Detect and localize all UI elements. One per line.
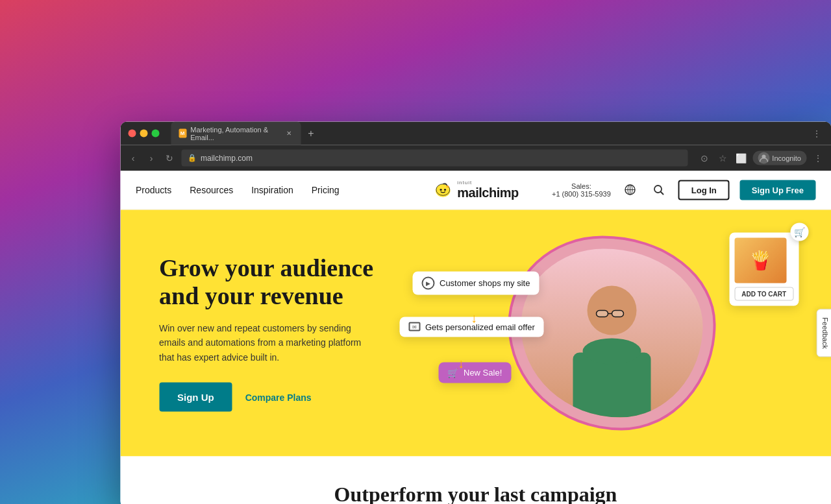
login-button[interactable]: Log In (678, 180, 730, 200)
person-silhouette (554, 274, 671, 417)
nav-pricing[interactable]: Pricing (312, 185, 340, 195)
reload-btn[interactable]: ↻ (163, 151, 176, 164)
forward-btn[interactable]: › (145, 151, 158, 164)
svg-point-14 (583, 338, 641, 364)
tab-bar: M Marketing, Automation & Email... ✕ + (171, 121, 805, 145)
tab-close-btn[interactable]: ✕ (285, 128, 293, 138)
svg-line-11 (661, 192, 664, 195)
page-content: Products Resources Inspiration Pricing i… (120, 171, 831, 504)
traffic-lights (128, 129, 159, 137)
browser-more-btn[interactable]: ⋮ (812, 151, 825, 164)
svg-point-12 (588, 285, 637, 335)
browser-title-bar: M Marketing, Automation & Email... ✕ + ⋮ (120, 121, 831, 145)
browser-menu-btn[interactable]: ⋮ (810, 126, 823, 139)
hero-title: Grow your audience and your revenue (159, 254, 432, 310)
sales-phone: +1 (800) 315-5939 (552, 190, 611, 198)
new-tab-btn[interactable]: + (303, 125, 319, 141)
product-card: 🛒 🍟 ADD TO CART (729, 232, 799, 306)
active-tab[interactable]: M Marketing, Automation & Email... ✕ (171, 121, 301, 145)
outperform-title: Outperform your last campaign (120, 482, 831, 504)
lock-icon: 🔒 (188, 154, 197, 162)
search-btn[interactable] (650, 181, 668, 199)
svg-rect-16 (612, 310, 624, 317)
feedback-tab[interactable]: Feedback (817, 309, 831, 357)
incognito-avatar (758, 152, 769, 163)
mailchimp-logo-icon (432, 180, 453, 200)
close-window-btn[interactable] (128, 129, 136, 137)
sales-label: Sales: (552, 182, 611, 190)
incognito-badge: Incognito (752, 150, 806, 165)
hero-illustration: 🛒 🍟 ADD TO CART ▶ Customer shops my site… (432, 235, 792, 430)
add-to-cart-btn[interactable]: ADD TO CART (734, 287, 793, 300)
address-bar[interactable]: 🔒 mailchimp.com (181, 149, 688, 166)
svg-rect-15 (597, 310, 608, 317)
url-text: mailchimp.com (201, 153, 253, 162)
cast-icon[interactable]: ⊙ (698, 151, 711, 164)
maximize-window-btn[interactable] (151, 129, 159, 137)
bookmark-icon[interactable]: ☆ (716, 151, 729, 164)
email-icon: ✉ (408, 322, 420, 331)
flow-card-3: 🛒 New Sale! (438, 362, 511, 383)
hero-buttons: Sign Up Compare Plans (159, 383, 432, 412)
sales-contact: Sales: +1 (800) 315-5939 (552, 182, 611, 198)
search-icon (653, 184, 665, 196)
language-btn[interactable] (621, 181, 639, 199)
mailchimp-logo-text-group: intuit mailchimp (457, 180, 518, 200)
nav-right: Sales: +1 (800) 315-5939 (552, 180, 815, 200)
back-btn[interactable]: ‹ (127, 151, 140, 164)
compare-plans-link[interactable]: Compare Plans (245, 392, 312, 402)
svg-point-3 (440, 189, 441, 191)
outperform-section: Outperform your last campaign ? (120, 456, 831, 504)
nav-links: Products Resources Inspiration Pricing (136, 185, 340, 195)
product-image: 🍟 (734, 237, 786, 283)
nav-logo[interactable]: intuit mailchimp (432, 180, 518, 200)
tab-title: Marketing, Automation & Email... (190, 125, 281, 141)
mailchimp-label: mailchimp (457, 186, 518, 200)
address-bar-row: ‹ › ↻ 🔒 mailchimp.com ⊙ ☆ ⬜ Incognito ⋮ (120, 145, 831, 171)
tab-search-icon[interactable]: ⬜ (734, 151, 747, 164)
new-sale-icon: 🛒 (447, 367, 458, 378)
hero-description: Win over new and repeat customers by sen… (159, 321, 367, 365)
nav-inspiration[interactable]: Inspiration (251, 185, 293, 195)
signup-free-button[interactable]: Sign Up Free (740, 180, 815, 200)
globe-icon (625, 184, 636, 196)
flow-card-1: ▶ Customer shops my site (412, 271, 539, 294)
svg-point-4 (444, 189, 446, 191)
site-nav: Products Resources Inspiration Pricing i… (120, 171, 831, 210)
incognito-label: Incognito (772, 154, 801, 162)
hero-content: Grow your audience and your revenue Win … (159, 254, 432, 412)
browser-actions: ⊙ ☆ ⬜ Incognito ⋮ (698, 150, 825, 165)
svg-point-5 (446, 186, 449, 187)
intuit-label: intuit (457, 180, 518, 186)
tab-favicon: M (179, 128, 186, 138)
cart-icon: 🛒 (790, 222, 808, 241)
flow-arrow-1: ↓ (471, 310, 477, 325)
hero-signup-button[interactable]: Sign Up (159, 383, 232, 412)
play-icon: ▶ (421, 276, 434, 289)
minimize-window-btn[interactable] (140, 129, 147, 137)
flow-card-2-text: Gets personalized email offer (425, 322, 535, 331)
hero-section: Grow your audience and your revenue Win … (120, 210, 831, 456)
flow-arrow-2: ↓ (458, 355, 464, 370)
flow-card-1-text: Customer shops my site (440, 278, 530, 288)
flow-card-3-text: New Sale! (464, 368, 502, 378)
nav-products[interactable]: Products (136, 185, 171, 195)
nav-resources[interactable]: Resources (190, 185, 233, 195)
